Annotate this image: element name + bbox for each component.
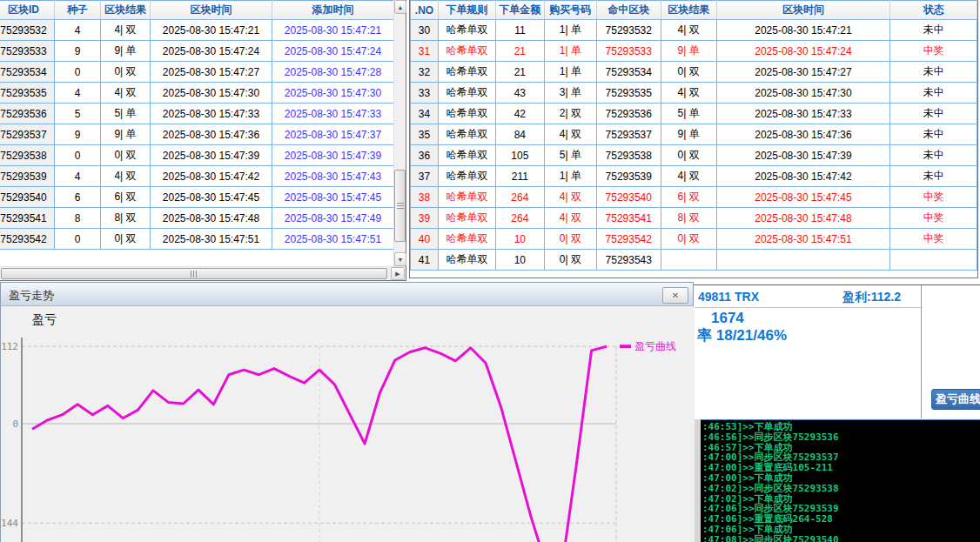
table-row[interactable]: 40哈希单双100| 双752935420| 双2025-08-30 15:47…: [411, 229, 977, 250]
column-header[interactable]: 购买号码: [544, 1, 596, 20]
table-cell: 未中: [890, 166, 977, 187]
table-cell: 75293539: [0, 166, 55, 187]
table-cell: 未中: [890, 20, 977, 41]
table-cell: [661, 250, 716, 271]
svg-text:112: 112: [1, 341, 18, 352]
table-cell: 75293536: [596, 104, 661, 124]
table-row[interactable]: 32哈希单双211| 单752935340| 双2025-08-30 15:47…: [411, 62, 977, 83]
table-cell: 34: [411, 104, 439, 124]
table-cell: 75293540: [0, 187, 55, 208]
table-row[interactable]: 38哈希单双2644| 双752935406| 双2025-08-30 15:4…: [411, 187, 977, 208]
table-row[interactable]: 33哈希单双433| 单752935354| 双2025-08-30 15:47…: [411, 83, 977, 104]
table-row[interactable]: 7529354200| 双2025-08-30 15:47:512025-08-…: [0, 229, 394, 250]
scroll-up-button[interactable]: ▲: [394, 0, 406, 14]
table-row[interactable]: 35哈希单双844| 双752935379| 单2025-08-30 15:47…: [411, 124, 977, 145]
table-row[interactable]: 7529353800| 双2025-08-30 15:47:392025-08-…: [0, 145, 394, 166]
table-row[interactable]: 7529353244| 双2025-08-30 15:47:212025-08-…: [0, 20, 394, 41]
balance-value: 49811 TRX: [698, 290, 759, 304]
column-header[interactable]: 下单金额: [495, 1, 544, 20]
table-row[interactable]: 30哈希单双111| 单752935324| 双2025-08-30 15:47…: [411, 20, 977, 41]
table-cell: 75293533: [0, 41, 55, 62]
table-cell: 2| 双: [544, 104, 596, 124]
table-cell: 75293543: [596, 250, 661, 271]
log-console[interactable]: :46:53]>>下单成功:46:56]>>同步区块75293536:46:57…: [701, 419, 980, 542]
scrollbar-thumb[interactable]: [394, 170, 406, 242]
thumb-grip: [397, 203, 404, 210]
table-cell: 37: [411, 166, 439, 187]
scrollbar-thumb[interactable]: [1, 268, 387, 279]
log-line: :47:08]>>同步区块75293540: [702, 535, 980, 542]
bet-table-window: .NO下单规则下单金额购买号码命中区块区块结果区块时间状态30哈希单双111| …: [409, 0, 978, 278]
table-row[interactable]: 34哈希单双422| 双752935365| 单2025-08-30 15:47…: [411, 104, 977, 124]
profit-chart-svg: 1120-144盈亏曲线: [1, 306, 695, 542]
block-table: 区块ID种子区块结果区块时间添加时间7529353244| 双2025-08-3…: [0, 0, 394, 250]
table-row[interactable]: 7529353799| 单2025-08-30 15:47:362025-08-…: [0, 124, 394, 145]
column-header[interactable]: 区块时间: [716, 1, 890, 20]
column-header[interactable]: 命中区块: [596, 1, 661, 20]
table-cell: 2025-08-30 15:47:39: [151, 145, 272, 166]
table-cell: 0: [55, 229, 101, 250]
round-count-value: 1674: [711, 310, 744, 327]
table-row[interactable]: 7529353399| 单2025-08-30 15:47:242025-08-…: [0, 41, 394, 62]
window-titlebar[interactable]: 盈亏走势 ✕: [1, 283, 693, 306]
log-line: :47:02]>>同步区块75293538: [702, 484, 980, 494]
table-cell: 9| 单: [661, 41, 716, 62]
profit-chart-window: 盈亏走势 ✕ 盈亏 1120-144盈亏曲线: [0, 282, 694, 542]
horizontal-scrollbar[interactable]: ▶: [0, 266, 406, 280]
column-header[interactable]: 种子: [55, 1, 101, 20]
table-cell: 4| 双: [661, 83, 716, 104]
column-header[interactable]: 区块ID: [0, 1, 55, 20]
table-cell: 2025-08-30 15:47:27: [716, 62, 890, 83]
table-row[interactable]: 7529353544| 双2025-08-30 15:47:302025-08-…: [0, 83, 394, 104]
table-cell: 1| 单: [544, 41, 596, 62]
thumb-grip: [191, 271, 198, 278]
table-row[interactable]: 7529354066| 双2025-08-30 15:47:452025-08-…: [0, 187, 394, 208]
column-header[interactable]: 区块结果: [101, 1, 151, 20]
column-header[interactable]: 区块时间: [151, 1, 272, 20]
table-row[interactable]: 31哈希单双211| 单752935339| 单2025-08-30 15:47…: [411, 41, 977, 62]
profit-curve-button[interactable]: 盈亏曲线: [931, 389, 980, 410]
table-cell: 31: [411, 41, 439, 62]
table-cell: [716, 250, 890, 271]
table-cell: 哈希单双: [438, 208, 495, 229]
table-cell: 9| 单: [101, 124, 151, 145]
table-cell: 10: [495, 250, 544, 271]
table-cell: 未中: [890, 83, 977, 104]
table-cell: 哈希单双: [438, 145, 495, 166]
table-row[interactable]: 39哈希单双2644| 双752935418| 双2025-08-30 15:4…: [411, 208, 977, 229]
table-cell: 8| 双: [661, 208, 716, 229]
close-button[interactable]: ✕: [662, 287, 688, 304]
column-header[interactable]: 添加时间: [272, 1, 394, 20]
table-cell: 中奖: [890, 187, 977, 208]
table-row[interactable]: 7529354188| 双2025-08-30 15:47:482025-08-…: [0, 208, 394, 229]
table-cell: 2025-08-30 15:47:39: [716, 145, 890, 166]
table-cell: 75293541: [596, 208, 661, 229]
table-cell: 4| 双: [101, 83, 151, 104]
table-row[interactable]: 7529353400| 双2025-08-30 15:47:272025-08-…: [0, 62, 394, 83]
table-row[interactable]: 7529353944| 双2025-08-30 15:47:422025-08-…: [0, 166, 394, 187]
table-cell: 2025-08-30 15:47:45: [151, 187, 272, 208]
table-row[interactable]: 37哈希单双2111| 单752935394| 双2025-08-30 15:4…: [411, 166, 977, 187]
column-header[interactable]: 状态: [890, 1, 977, 20]
column-header[interactable]: .NO: [411, 1, 439, 20]
table-cell: 5| 单: [101, 104, 151, 124]
table-row[interactable]: 41哈希单双100| 双75293543: [411, 250, 977, 271]
column-header[interactable]: 区块结果: [661, 1, 716, 20]
table-row[interactable]: 36哈希单双1055| 单752935380| 双2025-08-30 15:4…: [411, 145, 977, 166]
profit-chart: 盈亏 1120-144盈亏曲线: [1, 306, 695, 542]
table-cell: 2025-08-30 15:47:48: [716, 208, 890, 229]
table-cell: 75293532: [596, 20, 661, 41]
table-cell: 2025-08-30 15:47:42: [151, 166, 272, 187]
table-cell: 9| 单: [101, 41, 151, 62]
column-header[interactable]: 下单规则: [438, 1, 495, 20]
table-cell: 2025-08-30 15:47:21: [272, 20, 394, 41]
table-row[interactable]: 7529353655| 单2025-08-30 15:47:332025-08-…: [0, 104, 394, 124]
table-cell: 75293535: [596, 83, 661, 104]
vertical-scrollbar[interactable]: ▲ ▼: [393, 0, 406, 266]
table-cell: 75293537: [596, 124, 661, 145]
log-line: :47:00]>>下单成功: [702, 473, 980, 484]
table-cell: 4: [55, 166, 101, 187]
scroll-down-button[interactable]: ▼: [394, 252, 406, 266]
scroll-right-button[interactable]: ▶: [391, 267, 405, 280]
table-cell: 1| 单: [544, 20, 596, 41]
